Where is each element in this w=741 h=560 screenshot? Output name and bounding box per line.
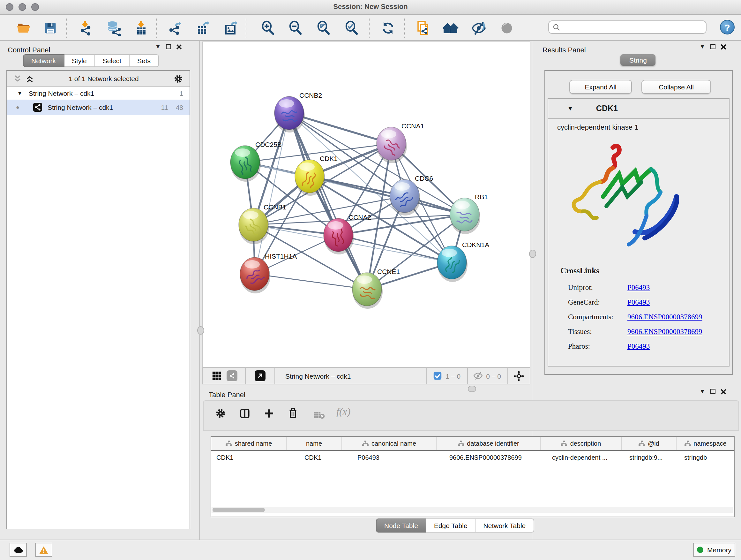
view-grid-icon[interactable] [212,371,221,381]
show-all-button[interactable] [498,20,515,37]
network-graph[interactable]: CCNB2CCNA1CDC25BCDK1CDC6RB1CCNB1CCNA2CDK… [203,42,530,367]
node-label: CDKN1A [462,241,489,248]
viewbar-separator [427,367,427,384]
node-label: RB1 [475,193,488,200]
gene-expander-icon[interactable]: ▼ [567,105,573,112]
control-panel: Control Panel ▼ Network Style Select Set… [0,41,197,540]
search-input[interactable] [560,23,690,31]
expand-all-button[interactable]: Expand All [569,80,632,94]
gene-section: ▼ CDK1 cyclin-dependent kinase 1 [548,98,730,367]
zoom-selected-button[interactable] [343,20,360,37]
crosslink-value-link[interactable]: 9606.ENSP00000378699 [627,313,702,320]
network-list-header: 1 of 1 Network selected [7,71,190,87]
network-row[interactable]: ● String Network – cdk1 11 48 [7,100,190,115]
network-node[interactable]: HIST1H1A [240,253,297,294]
save-session-button[interactable] [42,20,59,37]
import-network-from-database-button[interactable] [105,20,122,37]
hide-selected-button[interactable] [470,20,487,37]
control-panel-close-icon[interactable] [176,44,182,50]
column-header-description[interactable]: description [541,437,622,450]
view-share-button[interactable] [226,370,238,381]
detach-view-button[interactable] [255,370,266,381]
export-network-icon [168,20,183,36]
collapse-all-chevron-icon[interactable] [13,74,22,83]
zoom-out-button[interactable] [287,20,304,37]
zoom-fit-button[interactable] [315,20,332,37]
column-header-namespace[interactable]: namespace [677,437,734,450]
column-header-id[interactable]: @id [622,437,677,450]
expand-all-chevron-icon[interactable] [25,74,34,83]
delete-table-button-disabled[interactable] [313,411,325,422]
clone-network-button[interactable] [415,20,431,37]
network-node[interactable]: CDKN1A [437,241,489,282]
memory-status-button[interactable]: Memory [693,543,735,557]
function-builder-button-disabled[interactable]: f(x) [336,406,350,418]
network-node[interactable]: CCNB2 [274,91,322,132]
crosslink-value-link[interactable]: P06493 [627,283,650,291]
column-header-name[interactable]: name [286,437,342,450]
toolbar-search-field[interactable] [548,20,706,34]
control-panel-menu-caret-icon[interactable]: ▼ [155,44,161,50]
tab-network[interactable]: Network [23,54,64,67]
network-view-canvas[interactable]: CCNB2CCNA1CDC25BCDK1CDC6RB1CCNB1CCNA2CDK… [202,42,530,368]
column-header-canonical-name[interactable]: canonical name [342,437,436,450]
tab-style[interactable]: Style [64,54,95,67]
warnings-button[interactable] [35,543,52,557]
delete-column-button[interactable] [288,408,298,422]
crosslink-value-link[interactable]: P06493 [627,298,650,306]
help-button[interactable]: ? [720,20,735,35]
first-neighbors-button[interactable] [442,20,459,37]
table-row[interactable]: CDK1 CDK1 P06493 9606.ENSP00000378699 cy… [211,451,734,463]
column-header-shared-name[interactable]: shared name [211,437,286,450]
tab-string[interactable]: String [620,54,656,66]
external-arrow-icon [257,372,264,379]
network-options-gear-icon[interactable] [174,74,183,83]
column-type-icon [684,440,691,447]
import-table-button[interactable] [133,20,150,37]
export-table-icon [195,20,211,36]
tab-sets[interactable]: Sets [130,54,159,67]
zoom-fit-icon [316,20,331,36]
results-panel-menu-caret-icon[interactable]: ▼ [699,44,705,50]
network-collection-row[interactable]: ▼ String Network – cdk1 1 [7,87,190,100]
table-panel-close-icon[interactable] [721,388,726,394]
column-header-database-identifier[interactable]: database identifier [436,437,541,450]
string-results-box: Expand All Collapse All ▼ CDK1 cyclin-de… [544,70,733,375]
table-horizontal-scrollbar[interactable] [211,507,733,513]
refresh-button[interactable] [380,20,396,37]
tree-expander-icon[interactable]: ▼ [17,90,22,96]
cell-canonical-name: P06493 [342,451,436,463]
selected-checkbox-icon[interactable] [434,372,442,380]
table-panel-menu-caret-icon[interactable]: ▼ [699,388,705,395]
node-table: shared name name canonical name [211,436,735,517]
export-image-button[interactable] [223,20,239,37]
export-table-button[interactable] [195,20,211,37]
open-session-button[interactable] [15,20,32,37]
tab-select[interactable]: Select [95,54,130,67]
show-columns-button[interactable] [239,408,250,422]
gene-section-header[interactable]: ▼ CDK1 [548,99,729,119]
network-node[interactable]: RB1 [450,193,488,234]
collapse-all-button[interactable]: Collapse All [642,80,711,94]
import-network-button[interactable] [78,20,94,37]
tab-edge-table[interactable]: Edge Table [426,518,476,533]
crosslink-value-link[interactable]: 9606.ENSP00000378699 [627,327,702,335]
splitter-handle[interactable] [197,326,204,334]
create-column-button[interactable] [264,408,274,422]
results-panel-float-icon[interactable] [711,44,716,49]
birdseye-crosshair-icon[interactable] [513,370,525,381]
zoom-in-button[interactable] [260,20,276,37]
tab-node-table[interactable]: Node Table [376,518,426,533]
results-panel-close-icon[interactable] [721,44,726,50]
houses-icon [442,21,459,35]
scrollbar-thumb[interactable] [212,508,265,512]
tab-network-table[interactable]: Network Table [476,518,534,533]
crosslink-value-link[interactable]: P06493 [627,342,650,350]
table-options-button[interactable] [215,408,226,422]
network-node[interactable]: CDC6 [390,175,433,215]
cloud-status-button[interactable] [10,543,27,557]
table-panel-float-icon[interactable] [711,389,716,394]
control-panel-float-icon[interactable] [166,44,171,49]
export-network-button[interactable] [167,20,184,37]
network-node[interactable]: CCNA1 [377,122,424,163]
